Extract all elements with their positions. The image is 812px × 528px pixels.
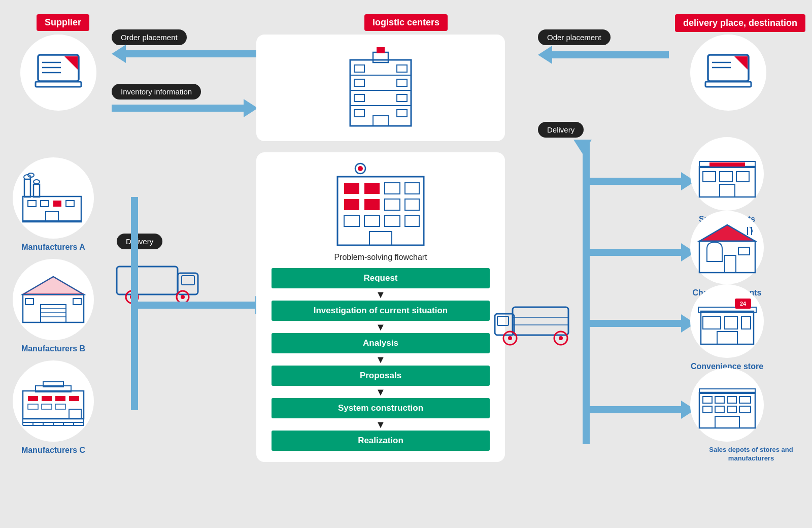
svg-point-77	[358, 166, 363, 171]
svg-rect-81	[385, 183, 400, 194]
svg-rect-51	[42, 396, 52, 401]
step-system: System construction	[272, 398, 490, 418]
delivery-place-icon	[690, 35, 766, 111]
supplier-badge: Supplier	[37, 14, 89, 31]
restaurant-branch-shaft	[590, 249, 681, 256]
svg-rect-96	[720, 172, 732, 182]
logistic-center-box	[256, 35, 505, 141]
svg-marker-40	[23, 277, 84, 294]
svg-rect-82	[405, 183, 419, 194]
laptop-icon	[33, 52, 84, 93]
svg-rect-83	[344, 199, 359, 210]
factory-a-icon	[20, 170, 86, 226]
svg-rect-13	[354, 65, 364, 72]
svg-rect-120	[725, 316, 737, 329]
restaurant-icon	[697, 221, 758, 274]
depots-icon	[697, 380, 758, 431]
svg-rect-48	[73, 299, 81, 305]
left-to-center-arrow	[131, 296, 269, 314]
svg-rect-15	[354, 94, 364, 102]
delivery-truck-right	[492, 300, 579, 350]
center-building-icon	[330, 162, 431, 249]
delivery-right-label: Delivery	[538, 122, 584, 138]
oder-placement-label: Oder placement	[538, 29, 611, 45]
convenience-container: 24 Convenience store	[690, 284, 764, 371]
supplier-icon-container	[20, 35, 96, 111]
right-down-arrow-head	[573, 140, 592, 154]
step-realization: Realization	[272, 431, 490, 451]
svg-rect-91	[369, 232, 392, 245]
svg-rect-55	[42, 404, 52, 409]
step-request: Request	[272, 268, 490, 288]
svg-point-114	[559, 336, 563, 340]
svg-rect-130	[715, 406, 724, 413]
svg-rect-85	[385, 199, 400, 210]
svg-rect-43	[41, 305, 66, 322]
svg-rect-50	[28, 396, 38, 401]
inventory-info-arrow	[112, 99, 258, 117]
svg-rect-56	[55, 404, 65, 409]
svg-rect-128	[739, 397, 751, 403]
delivery-place-badge: delivery place, destination	[675, 14, 805, 32]
svg-rect-79	[344, 183, 359, 194]
inventory-info-label: Inventory information	[112, 84, 201, 100]
svg-rect-97	[736, 172, 749, 182]
factory-b-icon	[20, 274, 86, 325]
svg-rect-95	[703, 172, 716, 182]
svg-rect-36	[66, 201, 74, 207]
svg-rect-69	[117, 267, 178, 294]
svg-rect-47	[25, 299, 33, 305]
svg-rect-53	[69, 396, 79, 401]
svg-rect-86	[405, 199, 419, 210]
svg-marker-99	[699, 225, 755, 241]
svg-rect-16	[354, 110, 364, 117]
svg-rect-20	[397, 110, 407, 117]
convenience-branch-shaft	[590, 320, 681, 327]
manufacturer-a-container: Manufacturers A	[13, 157, 94, 252]
svg-rect-121	[741, 316, 751, 329]
order-placement-arrow	[112, 45, 258, 63]
svg-rect-126	[715, 397, 724, 403]
svg-point-112	[508, 336, 512, 340]
svg-rect-54	[28, 404, 38, 409]
svg-rect-87	[344, 215, 359, 226]
svg-rect-133	[715, 416, 739, 428]
svg-point-31	[33, 180, 40, 184]
depots-branch-shaft	[590, 406, 681, 413]
svg-rect-122	[717, 332, 737, 344]
step-investigation: Investigation of current situation	[272, 301, 490, 321]
svg-rect-26	[705, 82, 751, 87]
depots-container: Sales depots of stores and manufacturers	[690, 368, 812, 463]
right-vertical-shaft	[583, 140, 590, 444]
svg-rect-18	[397, 79, 407, 86]
svg-rect-108	[497, 316, 509, 325]
svg-rect-90	[405, 215, 419, 226]
supermarket-branch-shaft	[590, 178, 681, 185]
svg-marker-1	[64, 56, 78, 70]
center-flowchart-box: Problem-solving flowchart Request ▼ Inve…	[256, 152, 505, 462]
svg-rect-125	[703, 397, 712, 403]
svg-rect-52	[55, 396, 65, 401]
svg-rect-98	[720, 184, 735, 197]
svg-rect-129	[703, 406, 712, 413]
svg-rect-9	[377, 47, 385, 53]
logistic-centers-badge: logistic centers	[320, 14, 492, 31]
order-placement-label: Order placement	[112, 29, 187, 45]
svg-rect-131	[727, 406, 736, 413]
delivery-left-label: Delivery	[117, 234, 162, 249]
svg-rect-89	[385, 215, 400, 226]
svg-rect-35	[53, 201, 61, 207]
svg-rect-57	[69, 409, 81, 419]
svg-rect-102	[725, 255, 736, 273]
delivery-laptop-icon	[703, 52, 754, 93]
oder-placement-arrow	[538, 46, 669, 64]
svg-rect-84	[364, 199, 380, 210]
svg-rect-21	[373, 116, 388, 126]
logistic-building-icon	[340, 45, 421, 131]
svg-rect-132	[739, 406, 751, 413]
manufacturer-b-container: Manufacturers B	[13, 259, 94, 353]
svg-rect-34	[41, 201, 49, 207]
flowchart-steps: Request ▼ Investigation of current situa…	[272, 268, 490, 452]
svg-rect-88	[364, 215, 380, 226]
supermarket-icon	[697, 149, 758, 200]
